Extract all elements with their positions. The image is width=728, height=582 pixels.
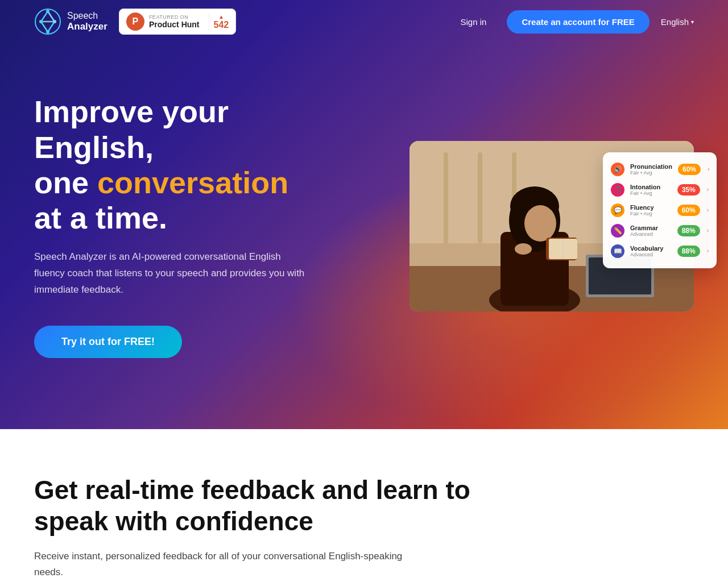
logo-speech: Speech [67, 10, 107, 21]
metric-name: Vocabulary [630, 245, 672, 252]
metric-info: Pronunciation Fair • Avg [630, 163, 672, 176]
logo-text: Speech Analyzer [67, 10, 107, 33]
metric-sub: Fair • Avg [630, 170, 672, 176]
metric-name: Intonation [630, 184, 672, 190]
svg-point-20 [524, 205, 556, 242]
metric-row[interactable]: ✏️ Grammar Advanced 88% › [603, 221, 717, 241]
hero-title-line3: at a time. [34, 201, 167, 235]
svg-line-1 [41, 11, 48, 22]
metric-sub: Advanced [630, 252, 672, 257]
metric-pct: 88% [677, 225, 700, 236]
hero-left: Improve your English, one conversation a… [34, 94, 353, 357]
ph-featured-label: FEATURED ON [149, 14, 200, 20]
language-selector[interactable]: English ▾ [661, 17, 694, 27]
metric-row[interactable]: 📖 Vocabulary Advanced 88% › [603, 241, 717, 261]
metric-icon: 📖 [611, 244, 624, 258]
metric-icon: 🔊 [611, 163, 624, 176]
svg-line-3 [41, 22, 48, 32]
metric-info: Fluency Fair • Avg [630, 204, 672, 217]
try-free-button[interactable]: Try it out for FREE! [34, 326, 182, 358]
metric-chevron-icon: › [708, 166, 709, 172]
svg-point-6 [46, 10, 49, 13]
svg-point-9 [46, 30, 49, 34]
ph-product-name: Product Hunt [149, 20, 200, 29]
section2-description: Receive instant, personalized feedback f… [34, 548, 432, 579]
svg-line-2 [48, 11, 55, 22]
hero-title-highlight: conversation [97, 165, 288, 199]
svg-rect-12 [444, 152, 448, 243]
metric-name: Grammar [630, 225, 672, 231]
hero-right: 🔊 Pronunciation Fair • Avg 60% › 🎵 Inton… [353, 141, 694, 311]
create-account-button[interactable]: Create an account for FREE [507, 10, 649, 34]
metric-info: Vocabulary Advanced [630, 245, 672, 257]
hero-section: Improve your English, one conversation a… [0, 0, 728, 429]
metric-icon: 🎵 [611, 183, 624, 197]
metric-chevron-icon: › [707, 186, 709, 193]
metric-pct: 60% [677, 205, 700, 216]
upvote-arrow-icon: ▲ [218, 14, 224, 20]
hero-title: Improve your English, one conversation a… [34, 94, 353, 235]
metric-sub: Fair • Avg [630, 190, 672, 196]
hero-description: Speech Analyzer is an AI-powered convers… [34, 249, 307, 298]
metric-icon: ✏️ [611, 224, 624, 238]
metric-pct: 35% [677, 184, 700, 196]
metric-pct: 88% [677, 246, 700, 257]
language-label: English [661, 17, 689, 27]
logo-link[interactable]: Speech Analyzer [34, 8, 107, 35]
metric-name: Fluency [630, 204, 672, 211]
logo-icon [34, 8, 61, 35]
upvote-count: 542 [214, 20, 229, 30]
metric-name: Pronunciation [630, 163, 672, 170]
chevron-down-icon: ▾ [691, 19, 694, 25]
hero-title-line1: Improve your English, [34, 94, 229, 164]
section2: Get real-time feedback and learn to spea… [0, 429, 728, 582]
section2-title: Get real-time feedback and learn to spea… [34, 475, 478, 537]
svg-point-27 [515, 243, 532, 255]
svg-rect-13 [478, 152, 482, 243]
metric-info: Grammar Advanced [630, 225, 672, 237]
metric-chevron-icon: › [707, 227, 709, 234]
metric-info: Intonation Fair • Avg [630, 184, 672, 196]
product-hunt-count: ▲ 542 [209, 14, 229, 30]
svg-point-8 [53, 20, 56, 23]
hero-image-container: 🔊 Pronunciation Fair • Avg 60% › 🎵 Inton… [410, 141, 694, 311]
svg-line-4 [48, 22, 55, 32]
metrics-card: 🔊 Pronunciation Fair • Avg 60% › 🎵 Inton… [603, 152, 717, 268]
logo-analyzer: Analyzer [67, 21, 107, 32]
metric-row[interactable]: 💬 Fluency Fair • Avg 60% › [603, 200, 717, 221]
product-hunt-logo: P [126, 13, 144, 31]
metric-sub: Fair • Avg [630, 211, 672, 217]
metric-sub: Advanced [630, 231, 672, 237]
hero-title-line2-start: one [34, 165, 97, 199]
product-hunt-text: FEATURED ON Product Hunt [149, 14, 200, 29]
product-hunt-badge[interactable]: P FEATURED ON Product Hunt ▲ 542 [119, 9, 236, 35]
svg-point-7 [39, 20, 43, 23]
metric-row[interactable]: 🔊 Pronunciation Fair • Avg 60% › [603, 159, 717, 180]
metric-chevron-icon: › [707, 207, 709, 213]
sign-in-button[interactable]: Sign in [452, 13, 496, 31]
metric-pct: 60% [678, 164, 701, 175]
metric-chevron-icon: › [707, 248, 709, 254]
metric-row[interactable]: 🎵 Intonation Fair • Avg 35% › [603, 180, 717, 200]
metric-icon: 💬 [611, 203, 624, 217]
header: Speech Analyzer P FEATURED ON Product Hu… [0, 0, 728, 43]
